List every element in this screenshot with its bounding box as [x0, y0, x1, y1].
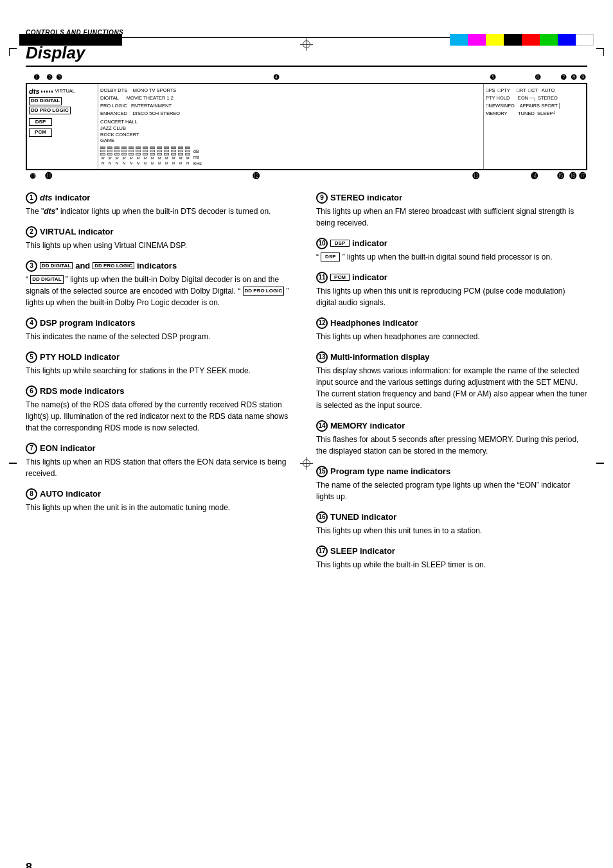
indicator-17-text: This lights up while the built-in SLEEP …: [316, 559, 587, 571]
prog-line1: DOLBY DTS MONO TV SPORTS: [100, 87, 481, 94]
pcm-row: PCM: [29, 128, 96, 136]
indicator-3: 3 DD DIGITAL and DD PRO LOGIC indicators…: [26, 260, 297, 308]
khz-label: KHz: [193, 161, 202, 166]
display-diagram: ❶ ❷ ❸ ❹ ❺ ❻ ❼ ❽ ❾ dts VIRTUAL: [26, 73, 587, 181]
indicator-17-title-text: SLEEP indicator: [330, 546, 395, 556]
indicator-1-text: The "dts" indicator lights up when the b…: [26, 206, 297, 217]
num-top-5: ❺: [490, 73, 496, 82]
prog-line4: ENHANCED DISCO 5CH STEREO: [100, 110, 481, 118]
indicator-2-text: This lights up when using Virtual CINEMA…: [26, 240, 297, 251]
indicator-6-title-text: RDS mode indicators: [40, 386, 124, 396]
indicator-17: 17 SLEEP indicator This lights up while …: [316, 545, 587, 571]
indicator-6-title: 6 RDS mode indicators: [26, 385, 297, 397]
indicator-16-number: 16: [316, 511, 328, 523]
rds-line1: □PS □PTY □RT □CT AUTO: [486, 87, 584, 94]
level-bars: M N M N: [100, 146, 481, 166]
indicator-15-title-text: Program type name indicators: [330, 466, 450, 476]
num-bot-10: ❿: [30, 172, 36, 181]
dd-pro-logic-badge: DD PRO LOGIC: [29, 107, 71, 114]
indicator-7-title-text: EON indicator: [40, 443, 96, 453]
top-reg-bar: [19, 34, 122, 46]
num-top-3: ❸: [56, 73, 62, 82]
diagram-box: dts VIRTUAL DD DIGITAL DD PRO LOGIC DSP: [26, 83, 587, 170]
num-bot-16: ⓰: [569, 172, 576, 181]
rds-line3: □NEWSINFO AFFAIRS SPORT│: [486, 102, 584, 110]
indicator-9: 9 STEREO indicator This lights up when a…: [316, 192, 587, 229]
indicator-15-number: 15: [316, 466, 328, 477]
num-top-6: ❻: [535, 73, 541, 82]
indicator-4-number: 4: [26, 317, 37, 329]
indicator-11-title: 11 PCM indicator: [316, 272, 587, 283]
concert-line4: GAME: [100, 137, 481, 144]
indicator-10-suffix: indicator: [352, 238, 387, 248]
indicator-1-title: 1 dts indicator: [26, 192, 297, 204]
bar-2: M N: [107, 146, 112, 166]
dd-digital-row: DD DIGITAL: [29, 97, 96, 105]
dd-digital-inline-3: DD DIGITAL: [30, 275, 63, 284]
color-block-cyan: [450, 34, 468, 46]
indicator-7-text: This lights up when an RDS station that …: [26, 456, 297, 479]
prog-line3: PRO LOGIC ENTERTAINMENT: [100, 102, 481, 110]
center-crosshair: [300, 457, 313, 470]
indicator-9-title-text: STEREO indicator: [330, 193, 402, 202]
indicator-8-text: This lights up when the unit is in the a…: [26, 502, 297, 513]
indicator-12-title-text: Headphones indicator: [330, 318, 418, 328]
dts-dots: [41, 91, 53, 93]
indicator-5-text: This lights up while searching for stati…: [26, 365, 297, 376]
indicator-12-text: This lights up when headphones are conne…: [316, 331, 587, 342]
bar-7: M N: [143, 146, 148, 166]
indicator-9-title: 9 STEREO indicator: [316, 192, 587, 204]
indicator-15-text: The name of the selected program type li…: [316, 479, 587, 502]
indicator-3-suffix: indicators: [137, 261, 177, 270]
corner-mark-tl: [9, 48, 17, 56]
indicator-8-title: 8 AUTO indicator: [26, 488, 297, 500]
units-label: dB ms KHz: [193, 148, 202, 166]
side-mark-left: [9, 463, 17, 464]
pcm-badge-11: PCM: [330, 274, 350, 281]
diagram-numbers-bottom: ❿ ⓫ ⓬ ⓭ ⓮ ⓯ ⓰ ⓱: [26, 172, 587, 181]
content-area: CONTROLS AND FUNCTIONS Display ❶ ❷ ❸ ❹ ❺…: [26, 29, 587, 580]
color-block-yellow: [486, 34, 504, 46]
indicator-1-number: 1: [26, 192, 37, 204]
indicator-14-text: This flashes for about 5 seconds after p…: [316, 434, 587, 457]
dts-label: dts: [29, 87, 40, 96]
indicator-15-title: 15 Program type name indicators: [316, 466, 587, 477]
color-block-white: [576, 34, 594, 46]
color-block-blue: [558, 34, 576, 46]
bar-11: M N: [171, 146, 176, 166]
page-number: 8: [26, 861, 32, 868]
num-bot-17: ⓱: [579, 172, 586, 181]
indicator-12-number: 12: [316, 317, 328, 329]
color-block-green: [540, 34, 558, 46]
num-bot-12: ⓬: [39, 172, 472, 181]
indicator-16-title-text: TUNED indicator: [330, 512, 396, 522]
indicator-7: 7 EON indicator This lights up when an R…: [26, 443, 297, 479]
indicator-14-title: 14 MEMORY indicator: [316, 420, 587, 432]
dsp-badge: DSP: [29, 118, 52, 126]
concert-line2: JAZZ CLUB: [100, 125, 481, 132]
bar-4: M N: [121, 146, 127, 166]
indicator-4-title-text: DSP program indicators: [40, 318, 136, 328]
indicator-14-number: 14: [316, 420, 328, 432]
dts-inline-1: dts: [44, 207, 55, 216]
dd-pro-logic-row: DD PRO LOGIC: [29, 107, 96, 114]
indicator-5: 5 PTY HOLD indicator This lights up whil…: [26, 351, 297, 376]
indicator-14-title-text: MEMORY indicator: [330, 421, 405, 430]
top-crosshair: [300, 38, 313, 51]
indicator-11-number: 11: [316, 272, 328, 283]
indicator-13-text: This display shows various information: …: [316, 365, 587, 411]
num-bot-14: ⓮: [531, 172, 538, 181]
and-text-3: and: [75, 261, 90, 270]
indicator-12: 12 Headphones indicator This lights up w…: [316, 317, 587, 342]
indicator-17-number: 17: [316, 545, 328, 557]
num-top-9: ❾: [580, 73, 586, 82]
indicator-3-title: 3 DD DIGITAL and DD PRO LOGIC indicators: [26, 260, 297, 272]
bar-3: M N: [114, 146, 120, 166]
num-top-2: ❷: [46, 73, 53, 82]
dd-digital-badge-3: DD DIGITAL: [40, 262, 73, 269]
program-names: DOLBY DTS MONO TV SPORTS DIGITAL MOVIE T…: [100, 87, 481, 118]
rds-indicators: □PS □PTY □RT □CT AUTO PTY HOLD EON ─┐ ST…: [486, 87, 584, 118]
color-block-red: [522, 34, 540, 46]
color-block-magenta: [468, 34, 486, 46]
concert-line1: CONCERT HALL: [100, 119, 481, 125]
